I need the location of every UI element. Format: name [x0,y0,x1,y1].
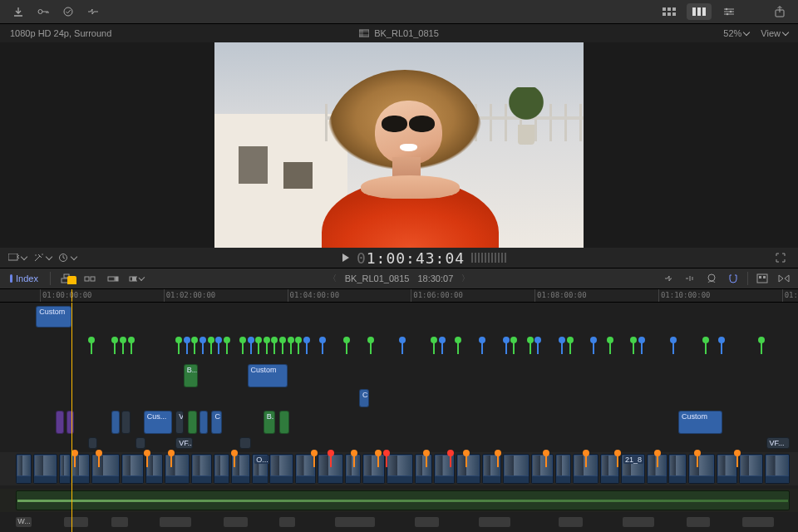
marker-pin[interactable] [303,337,310,343]
insert-clip-icon[interactable] [82,272,97,285]
marker-pin[interactable] [431,337,437,343]
primary-storyline-clip[interactable] [765,454,791,484]
marker-pin[interactable] [583,450,589,456]
view-menu[interactable]: View [761,28,788,38]
marker-pin[interactable] [255,337,262,343]
primary-storyline-clip[interactable] [387,454,414,484]
connected-clip[interactable]: Custom [678,411,722,434]
primary-storyline-clip[interactable] [165,454,190,484]
marker-pin[interactable] [191,337,198,343]
marker-pin[interactable] [200,337,206,343]
marker-pin[interactable] [168,450,175,456]
marker-pin[interactable] [120,337,126,343]
marker-pin[interactable] [638,337,645,343]
marker-pin[interactable] [614,450,621,456]
marker-pin[interactable] [503,337,510,343]
timeline-area[interactable]: Custom B...Custom C Cus...VCB...Custom V… [0,303,798,532]
audio-component-clip[interactable] [687,517,711,527]
next-project-icon[interactable]: 〉 [461,273,470,284]
clip-appearance-list-icon[interactable] [687,3,712,20]
marker-pin[interactable] [271,337,278,343]
audio-component-clip[interactable] [415,517,439,527]
marker-pin[interactable] [279,337,286,343]
primary-storyline-clip[interactable]: 21_8 [621,454,645,484]
effect-clip[interactable]: VF... [766,437,791,449]
connected-clip[interactable]: C [211,411,221,434]
connected-clip[interactable] [188,411,198,434]
audio-component-clip[interactable] [335,517,375,527]
marker-pin[interactable] [447,450,454,456]
play-icon[interactable] [342,253,350,263]
marker-pin[interactable] [208,337,214,343]
marker-pin[interactable] [383,450,390,456]
connected-clip[interactable] [66,411,75,434]
connected-clip[interactable]: V [175,411,184,434]
marker-pin[interactable] [670,337,677,343]
audio-component-clip[interactable] [224,517,248,527]
audio-component-clip[interactable] [479,517,510,527]
marker-pin[interactable] [264,337,270,343]
audio-component-clip[interactable] [279,517,295,527]
playhead[interactable] [71,289,72,302]
primary-storyline-clip[interactable] [739,454,763,484]
marker-pin[interactable] [343,337,350,343]
marker-pin[interactable] [758,337,765,343]
marker-pin[interactable] [479,337,485,343]
prev-project-icon[interactable]: 〈 [328,273,337,284]
index-button[interactable]: Index [7,272,42,285]
marker-pin[interactable] [175,337,182,343]
primary-storyline-clip[interactable] [121,454,144,484]
background-tasks-icon[interactable] [58,3,78,20]
primary-storyline-clip[interactable] [16,454,32,484]
marker-pin[interactable] [239,337,246,343]
display-options-menu[interactable] [8,250,27,265]
marker-pin[interactable] [534,337,541,343]
primary-storyline-clip[interactable] [33,454,57,484]
primary-storyline-clip[interactable] [145,454,163,484]
share-icon[interactable] [770,3,790,20]
marker-pin[interactable] [248,337,254,343]
keyword-icon[interactable] [33,3,53,20]
marker-pin[interactable] [702,337,709,343]
audio-component-clip[interactable]: W... [16,517,32,527]
marker-pin[interactable] [527,337,534,343]
zoom-menu[interactable]: 52% [723,28,749,38]
timeline-ruler[interactable]: 01:00:00:0001:02:00:0001:04:00:0001:06:0… [0,289,798,303]
primary-storyline-clip[interactable] [415,454,432,484]
connected-clip[interactable]: C [359,389,369,407]
retime-menu[interactable] [58,250,76,265]
marker-pin[interactable] [718,337,725,343]
marker-pin[interactable] [607,337,613,343]
effect-clip[interactable] [239,437,251,449]
audio-skimming-icon[interactable] [682,272,697,285]
audio-component-clip[interactable] [160,517,191,527]
marker-pin[interactable] [215,337,222,343]
connected-clip[interactable]: B... [264,411,275,434]
marker-pin[interactable] [455,337,461,343]
overwrite-clip-icon[interactable] [129,272,144,285]
effects-menu[interactable] [33,250,52,265]
connected-clip[interactable]: B... [184,364,198,387]
audio-component-clip[interactable] [111,517,127,527]
marker-pin[interactable] [399,337,406,343]
marker-pin[interactable] [590,337,597,343]
primary-storyline-clip[interactable] [503,454,530,484]
marker-pin[interactable] [128,337,135,343]
primary-storyline-clip[interactable] [555,454,571,484]
primary-storyline-clip[interactable] [456,454,480,484]
connected-clip[interactable] [121,411,131,434]
inspector-toggle-icon[interactable] [717,3,741,20]
marker-pin[interactable] [224,337,230,343]
connected-clip[interactable] [111,411,120,434]
marker-pin[interactable] [88,337,95,343]
audio-component-clip[interactable] [742,517,774,527]
marker-pin[interactable] [439,337,446,343]
timecode-display[interactable]: 01:00:43:04 [357,249,465,267]
primary-storyline-clip[interactable] [214,454,229,484]
connected-clip[interactable] [56,411,64,434]
solo-icon[interactable] [704,272,719,285]
primary-storyline-clip[interactable] [668,454,686,484]
primary-storyline-clip[interactable] [59,454,71,484]
primary-storyline-clip[interactable] [717,454,737,484]
snapping-icon[interactable] [726,272,741,285]
